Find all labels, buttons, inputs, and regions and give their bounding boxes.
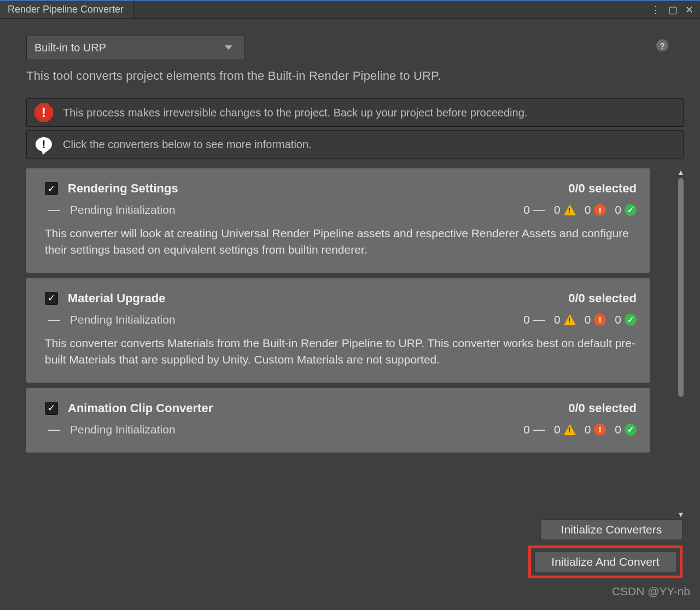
chevron-down-icon <box>225 45 232 50</box>
warning-triangle-icon <box>564 204 576 215</box>
watermark: CSDN @YY-nb <box>612 585 690 598</box>
window-title: Render Pipeline Converter <box>8 4 124 15</box>
converter-title: Rendering Settings <box>68 181 178 196</box>
converter-description: This converter converts Materials from t… <box>45 335 637 368</box>
titlebar: Render Pipeline Converter ⋮ ▢ ✕ <box>0 0 700 19</box>
conversion-mode-dropdown[interactable]: Built-in to URP <box>26 35 245 60</box>
scroll-down-icon[interactable]: ▼ <box>677 511 685 518</box>
success-circle-icon: ✓ <box>625 204 637 216</box>
tool-description: This tool converts project elements from… <box>26 69 684 83</box>
minus-icon: — <box>48 314 60 326</box>
converter-selected-count: 0/0 selected <box>568 181 637 196</box>
converter-status: Pending Initialization <box>70 203 176 216</box>
converter-title: Material Upgrade <box>68 291 166 306</box>
warning-triangle-icon <box>564 314 576 325</box>
minus-icon: — <box>48 204 60 216</box>
dropdown-selected-label: Built-in to URP <box>34 42 106 54</box>
warning-banner: ! This process makes irreversible change… <box>26 98 684 127</box>
converter-checkbox[interactable]: ✓ <box>45 182 58 195</box>
converter-list: ✓ Rendering Settings 0/0 selected — Pend… <box>26 168 650 518</box>
converter-status: Pending Initialization <box>70 423 176 436</box>
warning-text: This process makes irreversible changes … <box>63 107 527 119</box>
converter-selected-count: 0/0 selected <box>568 291 637 306</box>
info-text: Click the converters below to see more i… <box>63 138 312 151</box>
warning-icon: ! <box>34 103 53 122</box>
maximize-icon[interactable]: ▢ <box>668 5 678 15</box>
converter-rendering-settings[interactable]: ✓ Rendering Settings 0/0 selected — Pend… <box>26 168 650 273</box>
highlight-annotation: Initialize And Convert <box>528 546 682 578</box>
converter-checkbox[interactable]: ✓ <box>45 292 58 305</box>
converter-status: Pending Initialization <box>70 313 176 326</box>
close-icon[interactable]: ✕ <box>685 5 693 15</box>
scrollbar[interactable]: ▲ ▼ <box>677 168 685 518</box>
scroll-up-icon[interactable]: ▲ <box>677 168 685 176</box>
converter-counts: 0— 0 0! 0✓ <box>523 203 637 216</box>
initialize-and-convert-button[interactable]: Initialize And Convert <box>534 552 676 572</box>
success-circle-icon: ✓ <box>625 314 637 326</box>
converter-counts: 0— 0 0! 0✓ <box>523 313 637 326</box>
warning-triangle-icon <box>564 424 576 435</box>
success-circle-icon: ✓ <box>625 424 637 436</box>
minus-icon: — <box>48 424 60 436</box>
converter-title: Animation Clip Converter <box>68 401 213 415</box>
help-icon[interactable]: ? <box>656 39 668 51</box>
initialize-converters-button[interactable]: Initialize Converters <box>540 519 682 540</box>
converter-counts: 0— 0 0! 0✓ <box>523 423 637 436</box>
info-banner: ! Click the converters below to see more… <box>26 130 684 159</box>
info-icon: ! <box>36 137 52 151</box>
error-circle-icon: ! <box>594 314 606 326</box>
scroll-thumb[interactable] <box>678 178 684 397</box>
converter-checkbox[interactable]: ✓ <box>45 402 58 415</box>
converter-description: This converter will look at creating Uni… <box>45 225 637 259</box>
error-circle-icon: ! <box>594 424 606 436</box>
window-tab[interactable]: Render Pipeline Converter <box>0 1 134 18</box>
kebab-menu-icon[interactable]: ⋮ <box>651 5 661 15</box>
converter-selected-count: 0/0 selected <box>568 401 637 415</box>
error-circle-icon: ! <box>594 204 606 216</box>
converter-animation-clip[interactable]: ✓ Animation Clip Converter 0/0 selected … <box>26 388 650 453</box>
converter-material-upgrade[interactable]: ✓ Material Upgrade 0/0 selected — Pendin… <box>26 278 650 383</box>
